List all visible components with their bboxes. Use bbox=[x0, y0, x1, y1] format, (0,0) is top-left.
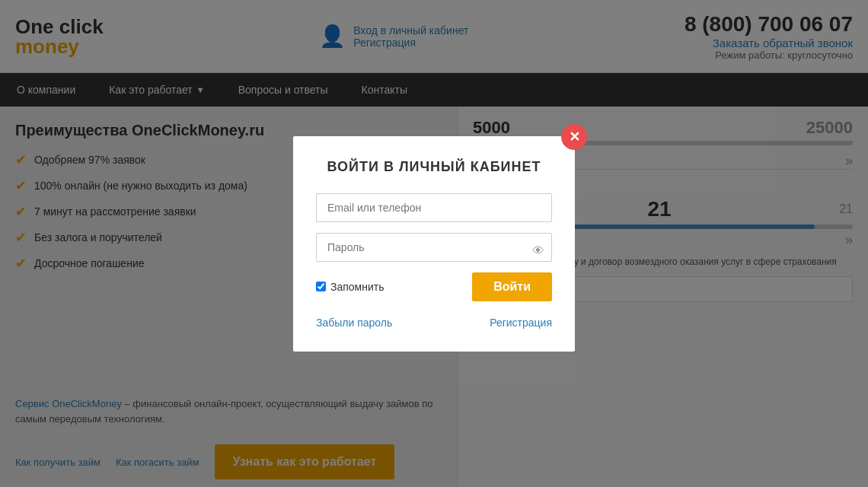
email-input[interactable] bbox=[316, 193, 552, 222]
password-input[interactable] bbox=[316, 233, 552, 262]
modal-links: Забыли пароль Регистрация bbox=[316, 317, 552, 329]
eye-icon[interactable]: 👁 bbox=[532, 244, 544, 258]
login-modal: ✕ ВОЙТИ В ЛИЧНЫЙ КАБИНЕТ 👁 Запомнить Вой… bbox=[293, 136, 575, 352]
close-button[interactable]: ✕ bbox=[561, 124, 587, 150]
forgot-password-link[interactable]: Забыли пароль bbox=[316, 317, 392, 329]
modal-title: ВОЙТИ В ЛИЧНЫЙ КАБИНЕТ bbox=[316, 159, 552, 175]
remember-label: Запомнить bbox=[316, 281, 385, 293]
remember-checkbox[interactable] bbox=[316, 282, 326, 291]
password-row: 👁 bbox=[316, 233, 552, 272]
modal-register-link[interactable]: Регистрация bbox=[490, 317, 552, 329]
modal-overlay[interactable]: ✕ ВОЙТИ В ЛИЧНЫЙ КАБИНЕТ 👁 Запомнить Вой… bbox=[0, 0, 868, 487]
login-button[interactable]: Войти bbox=[472, 272, 552, 301]
modal-remember-row: Запомнить Войти bbox=[316, 272, 552, 301]
